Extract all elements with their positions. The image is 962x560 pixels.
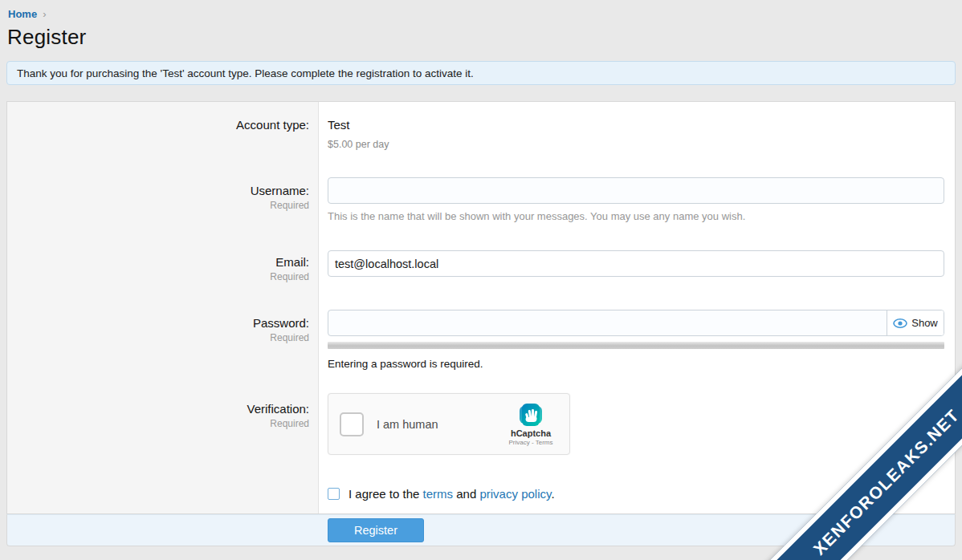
- hcaptcha-logo-icon: [519, 403, 543, 427]
- chevron-right-icon: ›: [43, 8, 46, 20]
- email-label-cell: Email: Required: [7, 244, 319, 303]
- registration-form: Account type: Test $5.00 per day Usernam…: [6, 101, 956, 514]
- purchase-notice-banner: Thank you for purchasing the 'Test' acco…: [6, 61, 956, 85]
- register-page: Home › Register Thank you for purchasing…: [0, 0, 962, 560]
- username-hint: This is the name that will be shown with…: [328, 210, 944, 222]
- verification-label: Verification:: [7, 402, 309, 416]
- password-row: Password: Required Show: [7, 303, 955, 392]
- terms-link[interactable]: terms: [423, 487, 454, 501]
- email-label: Email:: [7, 255, 309, 269]
- verification-row: Verification: Required I am human: [7, 392, 955, 513]
- password-error-text: Entering a password is required.: [328, 358, 944, 370]
- email-row: Email: Required: [7, 244, 955, 303]
- privacy-policy-link[interactable]: privacy policy: [479, 487, 551, 501]
- hcaptcha-brand-name: hCaptcha: [511, 428, 551, 438]
- account-type-label-cell: Account type:: [7, 102, 319, 170]
- breadcrumb: Home ›: [0, 0, 962, 20]
- hcaptcha-widget: I am human: [328, 393, 570, 455]
- email-field-cell: [319, 244, 955, 303]
- eye-icon: [893, 319, 907, 328]
- username-required-badge: Required: [7, 200, 309, 211]
- password-label: Password:: [7, 316, 309, 330]
- hcaptcha-legal-links: Privacy - Terms: [509, 439, 553, 446]
- register-button[interactable]: Register: [328, 518, 424, 542]
- password-strength-meter: [328, 342, 944, 349]
- agreement-middle: and: [453, 487, 479, 501]
- agreement-prefix: I agree to the: [349, 487, 423, 501]
- verification-required-badge: Required: [7, 418, 309, 429]
- show-password-button[interactable]: Show: [887, 310, 944, 335]
- breadcrumb-home-link[interactable]: Home: [8, 8, 37, 20]
- agreement-suffix: .: [551, 487, 554, 501]
- hcaptcha-links-separator: -: [530, 439, 536, 446]
- account-type-field-cell: Test $5.00 per day: [319, 102, 955, 170]
- username-row: Username: Required This is the name that…: [7, 170, 955, 244]
- username-field-cell: This is the name that will be shown with…: [319, 170, 955, 244]
- account-type-label: Account type:: [7, 118, 309, 132]
- account-type-row: Account type: Test $5.00 per day: [7, 102, 955, 170]
- password-field-cell: Show Entering a password is required.: [319, 303, 955, 392]
- agreement-text: I agree to the terms and privacy policy.: [349, 487, 555, 501]
- username-input[interactable]: [328, 177, 944, 204]
- password-input[interactable]: [328, 310, 887, 335]
- username-label-cell: Username: Required: [7, 170, 319, 244]
- hcaptcha-privacy-link[interactable]: Privacy: [509, 439, 530, 446]
- hcaptcha-brand-block: hCaptcha Privacy - Terms: [502, 403, 560, 446]
- password-required-badge: Required: [7, 332, 309, 343]
- hcaptcha-terms-link[interactable]: Terms: [536, 439, 553, 446]
- email-required-badge: Required: [7, 271, 309, 282]
- username-label: Username:: [7, 184, 309, 197]
- agreement-checkbox[interactable]: [328, 488, 340, 500]
- password-label-cell: Password: Required: [7, 303, 319, 392]
- password-input-group: Show: [328, 310, 944, 336]
- email-input[interactable]: [328, 250, 944, 277]
- account-type-price: $5.00 per day: [328, 139, 944, 150]
- hcaptcha-checkbox[interactable]: [340, 412, 364, 436]
- hcaptcha-checkbox-label: I am human: [377, 418, 438, 431]
- notice-text: Thank you for purchasing the 'Test' acco…: [17, 67, 474, 79]
- account-type-value: Test: [328, 118, 944, 132]
- show-password-label: Show: [911, 317, 938, 329]
- verification-label-cell: Verification: Required: [7, 392, 319, 513]
- page-title: Register: [7, 25, 962, 50]
